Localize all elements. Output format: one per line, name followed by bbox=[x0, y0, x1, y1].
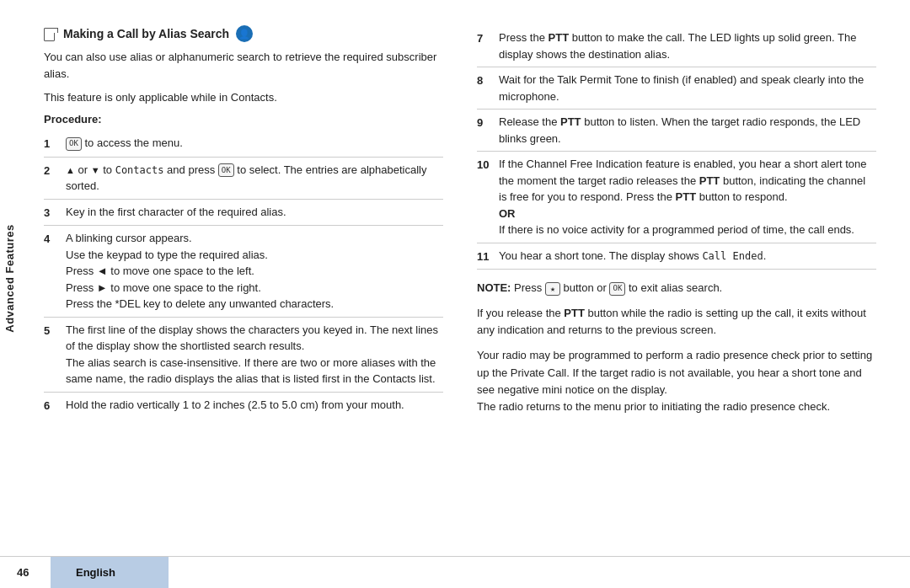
note-label: NOTE: bbox=[477, 281, 511, 294]
step-8: 8 Wait for the Talk Permit Tone to finis… bbox=[477, 67, 876, 110]
ok-btn-1: OK bbox=[66, 137, 82, 151]
arrow-up-icon: ▲ bbox=[66, 165, 75, 175]
steps-list: 1 OK to access the menu. 2 ▲ or ▼ to Con… bbox=[44, 131, 443, 418]
arrow-down-icon: ▼ bbox=[91, 165, 100, 175]
section-label: Advanced Features bbox=[3, 224, 16, 332]
note-section: NOTE: Press ★ button or OK to exit alias… bbox=[477, 280, 876, 297]
main-content: Making a Call by Alias Search 👤 You can … bbox=[19, 0, 910, 556]
section-title: Making a Call by Alias Search 👤 bbox=[44, 25, 443, 42]
step-5: 5 The first line of the display shows th… bbox=[44, 318, 443, 393]
step-1: 1 OK to access the menu. bbox=[44, 131, 443, 158]
arrow-right-icon: ► bbox=[97, 281, 108, 294]
page-number: 46 bbox=[0, 557, 51, 588]
step-2: 2 ▲ or ▼ to Contacts and press OK to sel… bbox=[44, 158, 443, 200]
side-tab: Advanced Features bbox=[0, 0, 19, 556]
note-para-1: If you release the PTT button while the … bbox=[477, 305, 876, 339]
language-label: English bbox=[51, 557, 169, 588]
step-11: 11 You hear a short tone. The display sh… bbox=[477, 243, 876, 270]
step-6: 6 Hold the radio vertically 1 to 2 inche… bbox=[44, 393, 443, 419]
left-column: Making a Call by Alias Search 👤 You can … bbox=[44, 25, 443, 539]
ok-btn-note: OK bbox=[609, 282, 625, 296]
doc-icon bbox=[44, 28, 55, 41]
step-10: 10 If the Channel Free Indication featur… bbox=[477, 152, 876, 243]
ok-btn-2: OK bbox=[218, 163, 234, 177]
step-9: 9 Release the PTT button to listen. When… bbox=[477, 110, 876, 152]
intro-p2: This feature is only applicable while in… bbox=[44, 89, 443, 106]
person-icon: 👤 bbox=[236, 25, 253, 42]
step-7: 7 Press the PTT button to make the call.… bbox=[477, 25, 876, 67]
intro-p1: You can also use alias or alphanumeric s… bbox=[44, 49, 443, 83]
procedure-label: Procedure: bbox=[44, 113, 443, 126]
step-3: 3 Key in the first character of the requ… bbox=[44, 200, 443, 227]
step-4: 4 A blinking cursor appears. Use the key… bbox=[44, 226, 443, 318]
arrow-left-icon: ◄ bbox=[97, 265, 108, 277]
page-title: Making a Call by Alias Search bbox=[63, 27, 229, 40]
right-column: 7 Press the PTT button to make the call.… bbox=[477, 25, 876, 539]
note-para-2: Your radio may be programmed to perform … bbox=[477, 347, 876, 415]
footer: 46 English bbox=[0, 556, 910, 588]
star-btn: ★ bbox=[545, 282, 560, 296]
page-container: Advanced Features Making a Call by Alias… bbox=[0, 0, 910, 556]
